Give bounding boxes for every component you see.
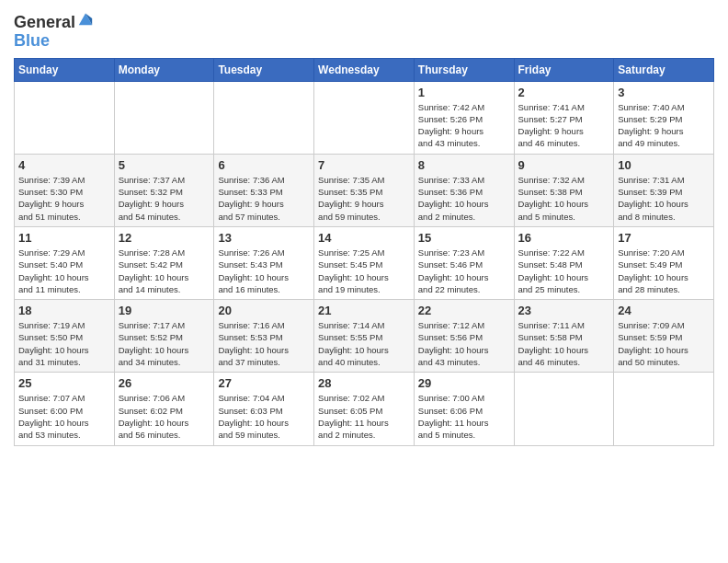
day-info: Sunrise: 7:25 AM Sunset: 5:45 PM Dayligh…	[318, 247, 410, 295]
day-number: 10	[618, 158, 710, 172]
day-number: 7	[318, 158, 410, 172]
day-number: 26	[119, 376, 210, 390]
calendar-cell: 23Sunrise: 7:11 AM Sunset: 5:58 PM Dayli…	[514, 300, 614, 373]
day-info: Sunrise: 7:28 AM Sunset: 5:42 PM Dayligh…	[119, 247, 210, 295]
calendar-header-cell: Sunday	[15, 58, 115, 81]
day-info: Sunrise: 7:33 AM Sunset: 5:36 PM Dayligh…	[418, 174, 510, 223]
day-info: Sunrise: 7:37 AM Sunset: 5:32 PM Dayligh…	[119, 174, 210, 223]
calendar-cell: 14Sunrise: 7:25 AM Sunset: 5:45 PM Dayli…	[314, 226, 415, 299]
calendar-cell: 5Sunrise: 7:37 AM Sunset: 5:32 PM Daylig…	[114, 154, 214, 226]
calendar-week-row: 18Sunrise: 7:19 AM Sunset: 5:50 PM Dayli…	[15, 300, 714, 373]
calendar-week-row: 4Sunrise: 7:39 AM Sunset: 5:30 PM Daylig…	[15, 154, 714, 226]
day-number: 11	[18, 231, 110, 245]
calendar-week-row: 25Sunrise: 7:07 AM Sunset: 6:00 PM Dayli…	[15, 373, 714, 445]
day-info: Sunrise: 7:19 AM Sunset: 5:50 PM Dayligh…	[18, 319, 110, 368]
calendar-cell	[614, 373, 714, 445]
calendar-cell: 1Sunrise: 7:42 AM Sunset: 5:26 PM Daylig…	[414, 81, 514, 154]
day-info: Sunrise: 7:00 AM Sunset: 6:06 PM Dayligh…	[418, 392, 510, 441]
calendar-cell	[514, 373, 614, 445]
day-info: Sunrise: 7:02 AM Sunset: 6:05 PM Dayligh…	[318, 392, 410, 441]
calendar-cell	[114, 81, 214, 154]
calendar-cell: 12Sunrise: 7:28 AM Sunset: 5:42 PM Dayli…	[114, 226, 214, 299]
day-info: Sunrise: 7:11 AM Sunset: 5:58 PM Dayligh…	[518, 319, 610, 368]
calendar-week-row: 1Sunrise: 7:42 AM Sunset: 5:26 PM Daylig…	[15, 81, 714, 154]
logo: General Blue	[14, 14, 94, 51]
calendar-cell: 18Sunrise: 7:19 AM Sunset: 5:50 PM Dayli…	[15, 300, 115, 373]
day-info: Sunrise: 7:40 AM Sunset: 5:29 PM Dayligh…	[618, 101, 710, 150]
calendar-cell: 6Sunrise: 7:36 AM Sunset: 5:33 PM Daylig…	[214, 154, 314, 226]
day-info: Sunrise: 7:04 AM Sunset: 6:03 PM Dayligh…	[218, 392, 310, 441]
day-number: 17	[618, 231, 710, 245]
calendar-header-cell: Friday	[514, 58, 614, 81]
calendar-cell: 22Sunrise: 7:12 AM Sunset: 5:56 PM Dayli…	[414, 300, 514, 373]
day-number: 4	[18, 158, 110, 172]
calendar-body: 1Sunrise: 7:42 AM Sunset: 5:26 PM Daylig…	[15, 81, 714, 445]
calendar-cell	[214, 81, 314, 154]
day-number: 24	[618, 304, 710, 317]
day-number: 27	[218, 376, 310, 390]
calendar-cell: 4Sunrise: 7:39 AM Sunset: 5:30 PM Daylig…	[15, 154, 115, 226]
day-number: 28	[318, 376, 410, 390]
day-number: 19	[119, 304, 210, 317]
day-number: 16	[518, 231, 610, 245]
day-number: 15	[418, 231, 510, 245]
day-number: 22	[418, 304, 510, 317]
calendar-cell: 3Sunrise: 7:40 AM Sunset: 5:29 PM Daylig…	[614, 81, 714, 154]
day-info: Sunrise: 7:29 AM Sunset: 5:40 PM Dayligh…	[18, 247, 110, 295]
calendar-cell	[15, 81, 115, 154]
day-number: 9	[518, 158, 610, 172]
logo-text-blue: Blue	[14, 31, 50, 50]
day-number: 13	[218, 231, 310, 245]
day-info: Sunrise: 7:39 AM Sunset: 5:30 PM Dayligh…	[18, 174, 110, 223]
day-number: 23	[518, 304, 610, 317]
day-info: Sunrise: 7:17 AM Sunset: 5:52 PM Dayligh…	[119, 319, 210, 368]
day-info: Sunrise: 7:31 AM Sunset: 5:39 PM Dayligh…	[618, 174, 710, 223]
page-container: General Blue SundayMondayTuesdayWednesda…	[0, 0, 728, 455]
day-info: Sunrise: 7:36 AM Sunset: 5:33 PM Dayligh…	[218, 174, 310, 223]
calendar-cell: 24Sunrise: 7:09 AM Sunset: 5:59 PM Dayli…	[614, 300, 714, 373]
calendar-cell: 16Sunrise: 7:22 AM Sunset: 5:48 PM Dayli…	[514, 226, 614, 299]
calendar-header-cell: Monday	[114, 58, 214, 81]
day-number: 14	[318, 231, 410, 245]
calendar-header-cell: Wednesday	[314, 58, 415, 81]
calendar-cell: 17Sunrise: 7:20 AM Sunset: 5:49 PM Dayli…	[614, 226, 714, 299]
logo-icon	[77, 10, 94, 27]
calendar-header-row: SundayMondayTuesdayWednesdayThursdayFrid…	[15, 58, 714, 81]
calendar-header-cell: Saturday	[614, 58, 714, 81]
day-info: Sunrise: 7:09 AM Sunset: 5:59 PM Dayligh…	[618, 319, 710, 368]
day-info: Sunrise: 7:07 AM Sunset: 6:00 PM Dayligh…	[18, 392, 110, 441]
calendar-cell: 13Sunrise: 7:26 AM Sunset: 5:43 PM Dayli…	[214, 226, 314, 299]
day-info: Sunrise: 7:06 AM Sunset: 6:02 PM Dayligh…	[119, 392, 210, 441]
day-info: Sunrise: 7:12 AM Sunset: 5:56 PM Dayligh…	[418, 319, 510, 368]
calendar-cell: 25Sunrise: 7:07 AM Sunset: 6:00 PM Dayli…	[15, 373, 115, 445]
calendar-cell: 26Sunrise: 7:06 AM Sunset: 6:02 PM Dayli…	[114, 373, 214, 445]
day-info: Sunrise: 7:42 AM Sunset: 5:26 PM Dayligh…	[418, 101, 510, 150]
day-number: 6	[218, 158, 310, 172]
calendar-cell: 21Sunrise: 7:14 AM Sunset: 5:55 PM Dayli…	[314, 300, 415, 373]
day-number: 18	[18, 304, 110, 317]
calendar-header-cell: Thursday	[414, 58, 514, 81]
day-number: 20	[218, 304, 310, 317]
day-number: 3	[618, 86, 710, 99]
logo-text-general: General	[14, 14, 75, 32]
calendar-cell: 29Sunrise: 7:00 AM Sunset: 6:06 PM Dayli…	[414, 373, 514, 445]
calendar-cell: 19Sunrise: 7:17 AM Sunset: 5:52 PM Dayli…	[114, 300, 214, 373]
day-number: 29	[418, 376, 510, 390]
day-info: Sunrise: 7:16 AM Sunset: 5:53 PM Dayligh…	[218, 319, 310, 368]
day-number: 5	[119, 158, 210, 172]
calendar-cell: 20Sunrise: 7:16 AM Sunset: 5:53 PM Dayli…	[214, 300, 314, 373]
day-info: Sunrise: 7:14 AM Sunset: 5:55 PM Dayligh…	[318, 319, 410, 368]
day-number: 21	[318, 304, 410, 317]
calendar-cell	[314, 81, 415, 154]
calendar-cell: 10Sunrise: 7:31 AM Sunset: 5:39 PM Dayli…	[614, 154, 714, 226]
day-info: Sunrise: 7:20 AM Sunset: 5:49 PM Dayligh…	[618, 247, 710, 295]
calendar-table: SundayMondayTuesdayWednesdayThursdayFrid…	[14, 58, 714, 446]
calendar-cell: 27Sunrise: 7:04 AM Sunset: 6:03 PM Dayli…	[214, 373, 314, 445]
calendar-cell: 8Sunrise: 7:33 AM Sunset: 5:36 PM Daylig…	[414, 154, 514, 226]
header: General Blue	[14, 9, 714, 51]
day-number: 25	[18, 376, 110, 390]
day-info: Sunrise: 7:41 AM Sunset: 5:27 PM Dayligh…	[518, 101, 610, 150]
day-number: 2	[518, 86, 610, 99]
calendar-cell: 15Sunrise: 7:23 AM Sunset: 5:46 PM Dayli…	[414, 226, 514, 299]
day-number: 12	[119, 231, 210, 245]
